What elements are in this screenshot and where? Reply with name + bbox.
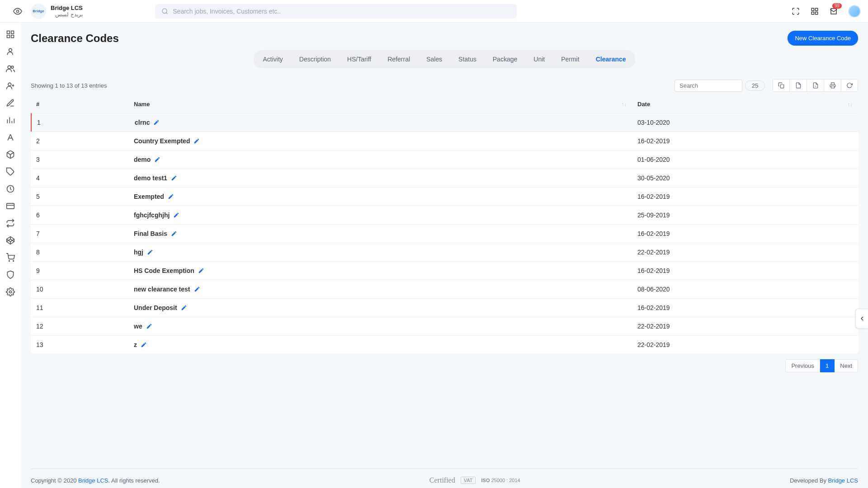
logo[interactable]: Bridge Bridge LCS بريدج لسس <box>31 4 83 19</box>
dev-prefix: Developed By <box>790 477 828 484</box>
edit-icon[interactable] <box>168 193 174 200</box>
global-search[interactable] <box>155 4 517 19</box>
svg-rect-4 <box>816 8 818 10</box>
sidebar-settings[interactable] <box>6 287 15 296</box>
table-row[interactable]: 2Country Exempted 16-02-2019 <box>31 131 858 150</box>
table-row[interactable]: 8hgj 22-02-2019 <box>31 243 858 261</box>
pagination-prev[interactable]: Previous <box>785 359 820 372</box>
sidebar-edit[interactable] <box>6 99 15 108</box>
edit-icon[interactable] <box>181 305 187 311</box>
toggle-visibility-button[interactable] <box>7 7 28 16</box>
tab-permit[interactable]: Permit <box>553 51 587 67</box>
page-size-select[interactable]: 25 <box>745 80 765 91</box>
notifications-button[interactable]: 99 <box>829 7 838 16</box>
cell-num: 10 <box>31 280 128 298</box>
svg-point-0 <box>17 10 19 12</box>
clearance-codes-table: # Name↑↓ Date↑↓ 1clrnc 03-10-20202Countr… <box>31 95 858 354</box>
footer-brand-link[interactable]: Bridge LCS <box>78 477 108 484</box>
cell-name: Country Exempted <box>128 132 632 150</box>
cell-num: 7 <box>31 225 128 243</box>
svg-point-14 <box>8 83 11 86</box>
pagination-page-1[interactable]: 1 <box>820 359 835 372</box>
table-row[interactable]: 3demo 01-06-2020 <box>31 150 858 169</box>
pagination-next[interactable]: Next <box>835 359 858 372</box>
edit-icon[interactable] <box>154 156 160 163</box>
svg-rect-32 <box>780 84 784 88</box>
right-panel-toggle[interactable] <box>855 309 868 328</box>
column-header-date[interactable]: Date↑↓ <box>632 95 858 113</box>
sidebar-analytics[interactable] <box>6 116 15 125</box>
sidebar-dashboard[interactable] <box>6 30 15 39</box>
sidebar-refresh[interactable] <box>6 219 15 228</box>
tab-package[interactable]: Package <box>485 51 525 67</box>
edit-icon[interactable] <box>173 212 179 218</box>
sidebar-user[interactable] <box>6 47 15 56</box>
apps-button[interactable] <box>810 7 819 16</box>
sidebar-text[interactable] <box>6 133 15 142</box>
table-row[interactable]: 7Final Basis 16-02-2019 <box>31 224 858 243</box>
tab-clearance[interactable]: Clearance <box>588 51 634 67</box>
cell-name: we <box>128 317 632 335</box>
table-search-input[interactable] <box>675 80 742 92</box>
edit-icon[interactable] <box>171 230 177 237</box>
table-row[interactable]: 4demo test1 30-05-2020 <box>31 169 858 187</box>
cell-name: HS Code Exemption <box>128 262 632 280</box>
tab-status[interactable]: Status <box>450 51 485 67</box>
table-row[interactable]: 9HS Code Exemption 16-02-2019 <box>31 261 858 280</box>
svg-point-29 <box>9 261 10 262</box>
global-search-input[interactable] <box>173 8 510 15</box>
sidebar-clock[interactable] <box>6 184 15 193</box>
sidebar-user-add[interactable] <box>6 81 15 90</box>
csv-button[interactable] <box>789 79 807 92</box>
cell-num: 9 <box>31 262 128 280</box>
column-header-num[interactable]: # <box>31 95 128 113</box>
table-row[interactable]: 5Exempted 16-02-2019 <box>31 187 858 206</box>
tab-sales[interactable]: Sales <box>418 51 450 67</box>
svg-rect-24 <box>7 203 14 209</box>
sidebar-card[interactable] <box>6 202 15 211</box>
print-button[interactable] <box>824 79 841 92</box>
sidebar-shield[interactable] <box>6 270 15 279</box>
fullscreen-button[interactable] <box>791 7 800 16</box>
edit-icon[interactable] <box>171 175 177 181</box>
sort-indicator-icon: ↑↓ <box>847 101 853 108</box>
edit-icon[interactable] <box>153 119 160 126</box>
edit-icon[interactable] <box>193 138 200 144</box>
tab-hs-tariff[interactable]: HS/Tariff <box>339 51 379 67</box>
column-header-name[interactable]: Name↑↓ <box>128 95 632 113</box>
copyright-prefix: Copyright © 2020 <box>31 477 78 484</box>
cell-date: 22-02-2019 <box>632 336 858 354</box>
sidebar-cart[interactable] <box>6 253 15 262</box>
table-row[interactable]: 6fghcjfcghjhj 25-09-2019 <box>31 206 858 224</box>
cell-date: 08-06-2020 <box>632 280 858 298</box>
sidebar-users[interactable] <box>6 64 15 73</box>
tab-unit[interactable]: Unit <box>525 51 553 67</box>
edit-icon[interactable] <box>198 267 204 274</box>
edit-icon[interactable] <box>147 249 153 255</box>
table-row[interactable]: 11Under Deposit 16-02-2019 <box>31 298 858 317</box>
cell-num: 11 <box>31 299 128 317</box>
excel-button[interactable] <box>807 79 824 92</box>
edit-icon[interactable] <box>146 323 152 329</box>
table-row[interactable]: 10new clearance test 08-06-2020 <box>31 280 858 298</box>
tab-description[interactable]: Description <box>291 51 339 67</box>
reload-button[interactable] <box>841 79 858 92</box>
tab-referral[interactable]: Referral <box>379 51 418 67</box>
new-clearance-code-button[interactable]: New Clearance Code <box>788 31 858 46</box>
edit-icon[interactable] <box>141 342 147 348</box>
footer-dev-link[interactable]: Bridge LCS <box>828 477 858 484</box>
sidebar-codepen[interactable] <box>6 236 15 245</box>
vat-badge: VAT <box>461 477 476 484</box>
copy-button[interactable] <box>772 79 789 92</box>
user-avatar[interactable] <box>848 5 861 18</box>
cell-name: new clearance test <box>128 280 632 298</box>
table-row[interactable]: 13z 22-02-2019 <box>31 335 858 354</box>
tab-activity[interactable]: Activity <box>255 51 291 67</box>
table-row[interactable]: 1clrnc 03-10-2020 <box>31 113 858 131</box>
edit-icon[interactable] <box>194 286 200 292</box>
cell-date: 03-10-2020 <box>632 113 858 131</box>
sidebar-package[interactable] <box>6 150 15 159</box>
cell-date: 25-09-2019 <box>632 206 858 224</box>
sidebar-tag[interactable] <box>6 167 15 176</box>
table-row[interactable]: 12we 22-02-2019 <box>31 317 858 335</box>
